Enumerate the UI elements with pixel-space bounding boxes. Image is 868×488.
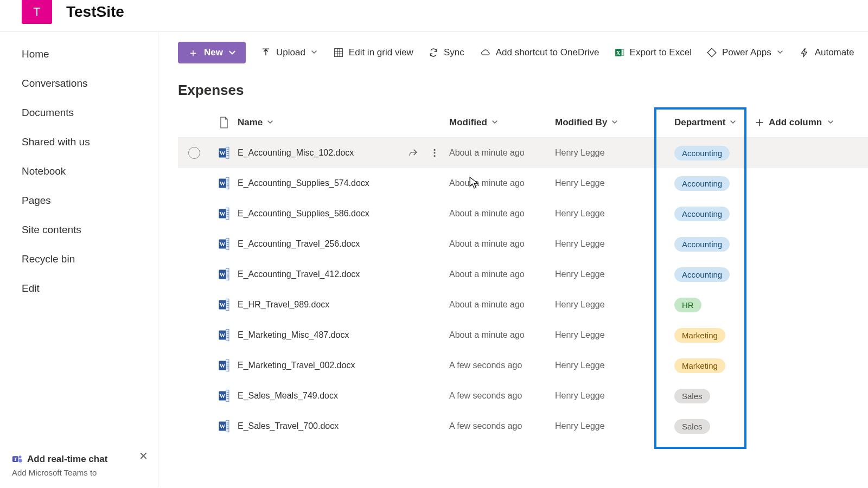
department-pill[interactable]: Accounting (674, 267, 730, 282)
word-doc-icon: W (219, 298, 229, 311)
power-apps-button[interactable]: Power Apps (707, 47, 784, 58)
department-pill[interactable]: Accounting (674, 207, 730, 221)
table-row[interactable]: W E_Marketing_Misc_487.docx About a minu… (178, 320, 868, 350)
site-title: TestSite (66, 3, 124, 21)
add-column-button[interactable]: Add column (756, 117, 864, 128)
column-header-department[interactable]: Department (663, 117, 756, 128)
modified-cell: About a minute ago (449, 239, 555, 249)
sidebar-item-recycle-bin[interactable]: Recycle bin (0, 245, 158, 274)
share-icon[interactable] (408, 148, 418, 158)
chevron-down-icon (827, 119, 835, 126)
table-row[interactable]: W E_Sales_Meals_749.docx A few seconds a… (178, 381, 868, 411)
column-header-modified-by[interactable]: Modified By (555, 117, 663, 128)
sidebar: Home Conversations Documents Shared with… (0, 32, 158, 487)
svg-point-2 (19, 455, 22, 458)
chevron-down-icon (492, 119, 499, 126)
modified-by-cell: Henry Legge (555, 269, 663, 279)
column-header-row: Name Modified Modified By Department (178, 107, 868, 138)
sidebar-item-notebook[interactable]: Notebook (0, 157, 158, 186)
site-logo-tile[interactable]: T (22, 0, 52, 24)
sidebar-item-home[interactable]: Home (0, 40, 158, 69)
add-shortcut-button[interactable]: Add shortcut to OneDrive (480, 47, 599, 58)
file-name[interactable]: E_HR_Travel_989.docx (238, 300, 329, 310)
sidebar-item-documents[interactable]: Documents (0, 98, 158, 127)
new-button-label: New (204, 47, 223, 58)
export-excel-button[interactable]: X Export to Excel (615, 47, 692, 58)
department-pill[interactable]: Accounting (674, 237, 730, 252)
department-pill[interactable]: Sales (674, 419, 710, 434)
table-row[interactable]: W E_Accounting_Travel_412.docx About a m… (178, 259, 868, 290)
sidebar-item-shared[interactable]: Shared with us (0, 127, 158, 157)
file-name[interactable]: E_Marketing_Misc_487.docx (238, 330, 349, 340)
sidebar-item-edit[interactable]: Edit (0, 274, 158, 303)
file-name[interactable]: E_Accounting_Supplies_574.docx (238, 178, 369, 188)
table-row[interactable]: W E_Accounting_Supplies_586.docx About a… (178, 198, 868, 229)
more-actions-icon[interactable] (430, 148, 439, 158)
modified-cell: About a minute ago (449, 148, 555, 158)
sidebar-item-conversations[interactable]: Conversations (0, 69, 158, 98)
table-row[interactable]: W E_Marketing_Travel_002.docx A few seco… (178, 350, 868, 381)
svg-rect-28 (226, 238, 229, 250)
svg-rect-58 (226, 390, 229, 402)
file-name[interactable]: E_Sales_Travel_700.docx (238, 421, 339, 431)
file-name[interactable]: E_Accounting_Travel_256.docx (238, 239, 360, 249)
svg-text:W: W (220, 423, 226, 429)
file-name[interactable]: E_Accounting_Misc_102.docx (238, 148, 354, 158)
svg-text:W: W (220, 210, 226, 217)
department-pill[interactable]: HR (674, 298, 701, 312)
modified-by-cell: Henry Legge (555, 148, 663, 158)
select-circle[interactable] (188, 147, 200, 159)
svg-text:W: W (220, 180, 226, 187)
column-header-modified[interactable]: Modified (449, 117, 555, 128)
modified-cell: About a minute ago (449, 269, 555, 279)
modified-by-cell: Henry Legge (555, 421, 663, 431)
column-header-name-label: Name (238, 117, 263, 128)
sidebar-item-site-contents[interactable]: Site contents (0, 215, 158, 245)
new-button[interactable]: ＋ New (178, 42, 246, 63)
chevron-down-icon (311, 49, 318, 56)
department-pill[interactable]: Accounting (674, 146, 730, 160)
svg-rect-22 (226, 208, 229, 220)
table-row[interactable]: W E_Sales_Travel_700.docx A few seconds … (178, 411, 868, 441)
sync-label: Sync (444, 47, 464, 58)
automate-button[interactable]: Automate (800, 47, 854, 58)
department-pill[interactable]: Marketing (674, 328, 725, 343)
svg-text:W: W (220, 393, 226, 399)
sync-button[interactable]: Sync (429, 47, 464, 58)
table-row[interactable]: W E_HR_Travel_989.docx About a minute ag… (178, 290, 868, 320)
file-name[interactable]: E_Sales_Meals_749.docx (238, 391, 338, 401)
document-list: Name Modified Modified By Department (178, 107, 868, 441)
table-row[interactable]: W E_Accounting_Travel_256.docx About a m… (178, 229, 868, 259)
close-icon[interactable]: ✕ (139, 450, 148, 463)
svg-text:W: W (220, 271, 226, 278)
upload-button[interactable]: Upload (261, 47, 318, 58)
list-title: Expenses (158, 70, 868, 107)
column-header-name[interactable]: Name (238, 117, 449, 128)
upload-icon (261, 48, 271, 57)
sidebar-item-pages[interactable]: Pages (0, 186, 158, 215)
table-row[interactable]: W E_Accounting_Misc_102.docx About a min… (178, 138, 868, 168)
svg-text:W: W (220, 150, 226, 156)
modified-cell: A few seconds ago (449, 391, 555, 401)
word-doc-icon: W (219, 207, 229, 220)
table-row[interactable]: W E_Accounting_Supplies_574.docx About a… (178, 168, 868, 198)
department-pill[interactable]: Sales (674, 389, 710, 403)
file-name[interactable]: E_Accounting_Supplies_586.docx (238, 209, 369, 219)
modified-by-cell: Henry Legge (555, 239, 663, 249)
file-type-icon (219, 117, 229, 129)
add-column-label: Add column (769, 117, 822, 128)
modified-cell: About a minute ago (449, 178, 555, 188)
department-pill[interactable]: Marketing (674, 358, 725, 373)
edit-grid-button[interactable]: Edit in grid view (334, 47, 413, 58)
file-name[interactable]: E_Accounting_Travel_412.docx (238, 269, 360, 279)
power-apps-icon (707, 48, 717, 57)
modified-cell: About a minute ago (449, 330, 555, 340)
onedrive-icon (480, 48, 490, 57)
word-doc-icon: W (219, 177, 229, 190)
department-pill[interactable]: Accounting (674, 176, 730, 191)
svg-rect-52 (226, 359, 229, 371)
export-excel-label: Export to Excel (630, 47, 692, 58)
main-content: ＋ New Upload Edit in grid view (158, 32, 868, 487)
file-name[interactable]: E_Marketing_Travel_002.docx (238, 361, 355, 370)
power-apps-label: Power Apps (722, 47, 771, 58)
